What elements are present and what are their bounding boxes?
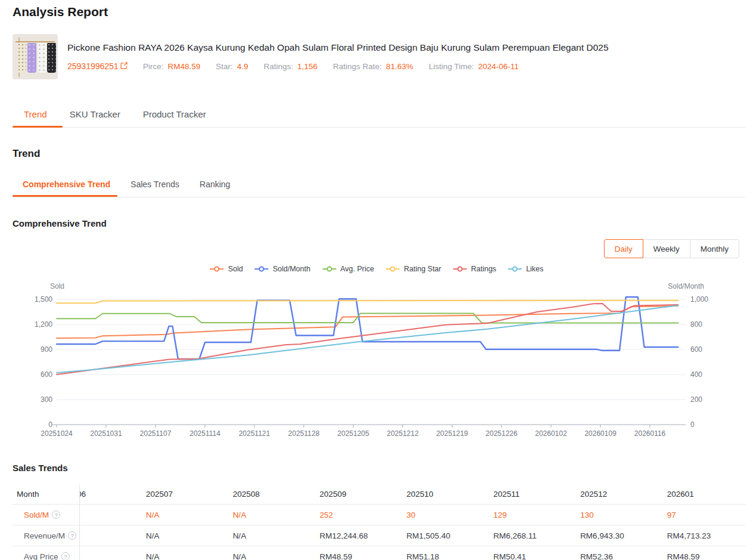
trend-chart[interactable]: 2025102420251031202511072025111420251121… — [0, 280, 753, 443]
meta-ratings-rate: Ratings Rate:81.63% — [333, 62, 414, 71]
product-info: Pickone Fashion RAYA 2026 Kaysa Kurung K… — [67, 41, 741, 71]
table-cell: RM4,713.23 — [667, 531, 746, 540]
help-icon[interactable] — [52, 511, 60, 519]
subtab-ranking[interactable]: Ranking — [190, 175, 240, 196]
legend-item[interactable]: Ratings — [453, 265, 496, 273]
svg-text:20260109: 20260109 — [584, 429, 616, 438]
garment-purple — [27, 43, 36, 73]
table-cell: RM1,505.40 — [407, 531, 494, 540]
garment-cream — [17, 43, 26, 73]
table-cell: N/A — [146, 511, 233, 519]
legend-item[interactable]: Likes — [507, 265, 543, 273]
legend-label: Likes — [526, 265, 543, 273]
table-cell: N/A — [233, 531, 320, 540]
svg-text:1,000: 1,000 — [690, 295, 708, 304]
table-row-sold: Sold/M N/AN/A2523012913097 — [13, 505, 746, 525]
table-cell: RM52.36 — [580, 552, 667, 560]
table-row-revenue: Revenue/M N/AN/ARM12,244.68RM1,505.40RM6… — [13, 525, 746, 546]
legend-item[interactable]: Avg. Price — [322, 265, 374, 273]
table-cell: RM12,244.68 — [320, 531, 407, 540]
svg-text:600: 600 — [41, 370, 52, 379]
legend-marker-icon — [209, 266, 224, 272]
table-cell: 129 — [493, 511, 580, 519]
trend-sub-tabs: Comprehensive Trend Sales Trends Ranking — [13, 175, 240, 196]
table-cell: 30 — [407, 511, 494, 519]
legend-item[interactable]: Sold/Month — [254, 265, 310, 273]
legend-label: Avg. Price — [340, 265, 374, 273]
svg-text:200: 200 — [690, 395, 702, 404]
svg-text:600: 600 — [690, 345, 702, 354]
svg-text:20251128: 20251128 — [288, 429, 320, 438]
table-cell: 252 — [320, 511, 407, 519]
tab-trend[interactable]: Trend — [13, 104, 58, 128]
comprehensive-trend-title: Comprehensive Trend — [13, 218, 107, 228]
legend-label: Sold — [228, 265, 243, 273]
meta-ratings: Ratings:1,156 — [264, 62, 317, 71]
row-label-revenue: Revenue/M — [13, 525, 79, 546]
rack-rod — [16, 41, 55, 42]
analysis-report-page: Analysis Report Pickone Fashion RAYA 202… — [0, 0, 753, 560]
garment-white — [38, 43, 47, 73]
table-header-row: Month 2025062025072025082025092025102025… — [13, 484, 746, 505]
revenue-cells: N/AN/ARM12,244.68RM1,505.40RM6,268.11RM6… — [79, 525, 746, 546]
chart-legend: SoldSold/MonthAvg. PriceRating StarRatin… — [0, 265, 753, 273]
legend-label: Ratings — [471, 265, 496, 273]
help-icon[interactable] — [68, 531, 76, 540]
subtab-sales-trends[interactable]: Sales Trends — [120, 175, 190, 196]
legend-item[interactable]: Sold — [209, 265, 243, 273]
product-title: Pickone Fashion RAYA 2026 Kaysa Kurung K… — [67, 41, 741, 54]
svg-text:800: 800 — [690, 320, 702, 329]
product-id-link[interactable]: 25931996251 — [67, 61, 128, 71]
main-tabs-divider — [13, 127, 746, 128]
tab-product-tracker[interactable]: Product Tracker — [132, 104, 218, 128]
table-row-avg-price: Avg Price N/AN/ARM48.59RM51.18RM50.41RM5… — [13, 546, 746, 560]
subtab-comprehensive-trend[interactable]: Comprehensive Trend — [13, 175, 120, 196]
garment-black — [47, 43, 56, 73]
product-meta-row: 25931996251 Pirce:RM48.59 Star:4.9 Ratin… — [67, 61, 741, 71]
legend-marker-icon — [322, 266, 337, 272]
tab-sku-tracker[interactable]: SKU Tracker — [58, 104, 132, 128]
meta-star: Star:4.9 — [216, 62, 248, 71]
month-column-header: Month — [13, 484, 79, 504]
svg-text:20260116: 20260116 — [634, 429, 666, 438]
svg-text:1,200: 1,200 — [35, 320, 52, 329]
legend-marker-icon — [453, 266, 467, 272]
product-id: 25931996251 — [67, 61, 119, 71]
chart-line-Sold — [57, 306, 678, 338]
legend-marker-icon — [507, 266, 522, 272]
help-icon[interactable] — [61, 552, 70, 560]
range-button-weekly[interactable]: Weekly — [643, 239, 690, 258]
sales-trends-title: Sales Trends — [13, 463, 68, 473]
month-header-cell: 202506 — [79, 490, 146, 499]
sub-tab-active-underline — [13, 195, 117, 197]
table-cell: 97 — [667, 511, 746, 519]
legend-label: Sold/Month — [272, 265, 310, 273]
sold-cells: N/AN/A2523012913097 — [79, 505, 746, 525]
svg-text:20251205: 20251205 — [337, 429, 370, 438]
legend-item[interactable]: Rating Star — [385, 265, 441, 273]
table-cell: RM48.59 — [320, 552, 407, 560]
range-button-monthly[interactable]: Monthly — [690, 239, 739, 258]
main-tab-active-underline — [13, 126, 63, 128]
trend-section-title: Trend — [13, 148, 40, 160]
main-tabs: Trend SKU Tracker Product Tracker — [13, 104, 218, 128]
meta-listing-time: Listing Time:2024-06-11 — [429, 62, 519, 71]
month-header-cell: 202508 — [233, 490, 320, 499]
svg-text:900: 900 — [41, 345, 52, 354]
range-button-daily[interactable]: Daily — [604, 239, 643, 258]
chart-line-Likes — [57, 305, 678, 373]
month-header-cell: 202507 — [146, 490, 233, 499]
chart-line-Rating Star — [57, 301, 678, 304]
table-cell: RM51.18 — [407, 552, 494, 560]
month-header-cell: 202512 — [580, 490, 667, 499]
fixed-column-divider — [79, 484, 80, 560]
legend-marker-icon — [254, 266, 269, 272]
month-header-cell: 202601 — [667, 490, 746, 499]
svg-text:20260102: 20260102 — [535, 429, 568, 438]
trend-chart-svg: 2025102420251031202511072025111420251121… — [0, 280, 753, 443]
svg-text:400: 400 — [690, 370, 702, 379]
svg-text:20251024: 20251024 — [41, 429, 73, 438]
svg-text:20251031: 20251031 — [90, 429, 122, 438]
meta-price: Pirce:RM48.59 — [143, 62, 200, 71]
product-image[interactable] — [13, 34, 58, 79]
